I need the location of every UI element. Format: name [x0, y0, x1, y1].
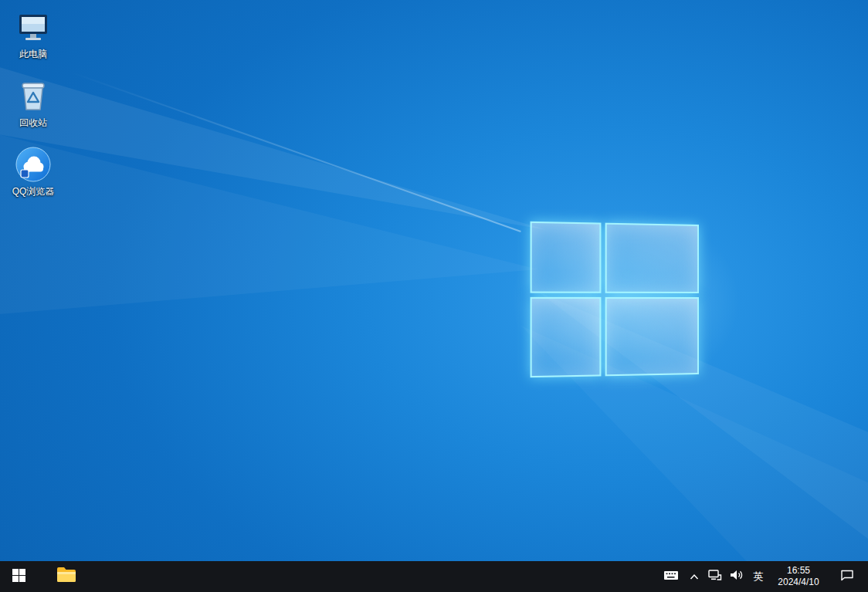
windows-start-icon	[12, 569, 25, 585]
touch-keyboard-icon	[663, 569, 679, 584]
desktop-icon-recycle-bin[interactable]: 回收站	[4, 75, 63, 131]
clock-date: 2024/4/10	[778, 577, 819, 588]
touch-keyboard-button[interactable]	[658, 561, 684, 592]
desktop-wallpaper: 此电脑 回收站	[0, 0, 868, 561]
windows-logo	[531, 222, 699, 377]
light-beam	[0, 0, 868, 561]
chevron-up-icon	[690, 570, 699, 584]
clock-time: 16:55	[787, 565, 810, 577]
desktop-icon-qq-browser[interactable]: QQ浏览器	[4, 144, 63, 200]
ime-label: 英	[754, 570, 764, 584]
desktop-icon-label: QQ浏览器	[12, 186, 55, 197]
volume-button[interactable]	[726, 561, 748, 592]
windows-logo-pane	[605, 223, 699, 293]
taskbar-left	[0, 561, 83, 592]
windows-logo-pane	[605, 297, 699, 376]
qq-browser-icon	[15, 146, 52, 183]
taskbar: 英 16:55 2024/4/10	[0, 561, 868, 592]
desktop-icon-this-pc[interactable]: 此电脑	[4, 6, 63, 63]
action-center-button[interactable]	[831, 561, 863, 592]
windows-logo-glow	[463, 170, 788, 432]
system-tray: 英 16:55 2024/4/10	[658, 561, 868, 592]
start-button[interactable]	[0, 561, 37, 592]
desktop-icon-column: 此电脑 回收站	[4, 6, 63, 200]
file-explorer-icon	[56, 567, 76, 587]
network-ethernet-icon	[708, 569, 722, 584]
desktop-icon-label: 此电脑	[19, 49, 47, 59]
ime-language-indicator[interactable]: 英	[748, 561, 769, 592]
file-explorer-button[interactable]	[49, 561, 83, 592]
network-status-button[interactable]	[704, 561, 726, 592]
light-beam	[0, 0, 868, 561]
light-beam	[0, 0, 868, 561]
this-pc-icon	[15, 8, 52, 46]
show-hidden-icons-button[interactable]	[684, 561, 704, 592]
taskbar-clock[interactable]: 16:55 2024/4/10	[769, 561, 828, 592]
light-streak	[70, 71, 521, 232]
windows-logo-pane	[531, 222, 602, 293]
desktop-icon-label: 回收站	[19, 117, 47, 128]
recycle-bin-icon	[15, 77, 52, 114]
action-center-icon	[840, 569, 854, 584]
windows-logo-pane	[531, 297, 602, 377]
light-beam	[0, 0, 868, 561]
speaker-icon	[730, 569, 744, 584]
